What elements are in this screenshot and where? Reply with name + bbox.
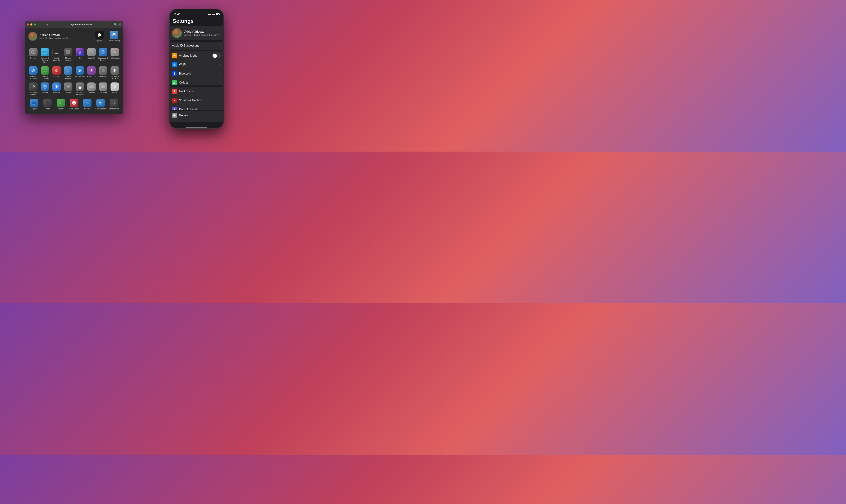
pref-sound[interactable]: Sound (62, 82, 74, 97)
profile-row[interactable]: Adrien Griveau Apple ID, iCloud, Media &… (169, 26, 224, 40)
general-row[interactable]: General › (169, 111, 224, 120)
pref-printers[interactable]: Printers & Scanners (74, 82, 86, 97)
pref-sharing[interactable]: Sharing (81, 97, 94, 111)
dnd-icon (172, 107, 177, 110)
pref-mission[interactable]: Mission Control (62, 47, 74, 65)
wifi-row[interactable]: Wi-Fi › (169, 60, 224, 69)
pref-dock[interactable]: Dock & Menu Bar (51, 47, 62, 65)
pref-internet[interactable]: @ Internet Accounts (28, 65, 39, 81)
general-icon (29, 48, 38, 56)
printers-label: Printers & Scanners (75, 92, 85, 96)
bluetooth-row[interactable]: Bluetooth › (169, 69, 224, 78)
accessibility-label: Accessibility (75, 75, 85, 77)
pref-screentime[interactable]: Screen Time (86, 65, 97, 81)
notifications-chevron: › (220, 90, 221, 93)
svg-rect-44 (78, 87, 81, 89)
pref-network[interactable]: Network (39, 82, 51, 97)
user-info[interactable]: Adrien Griveau Apple ID, iCloud, Media &… (28, 32, 71, 41)
pref-spotlight[interactable]: Spotlight (86, 47, 97, 65)
back-arrow[interactable]: ‹ (39, 23, 41, 26)
pref-users[interactable]: Users & Groups (62, 65, 74, 81)
cellular-row[interactable]: Cellular › (169, 78, 224, 86)
apple-id-icon-item[interactable]: Apple ID (95, 31, 104, 42)
svg-rect-85 (174, 92, 175, 92)
pref-datetime[interactable]: MON17 Date & Time (67, 97, 80, 111)
home-bar (186, 127, 207, 128)
suggestions-chevron: › (220, 44, 221, 47)
user-subtitle: Apple ID, iCloud, Media & App Store (39, 37, 71, 39)
dnd-row[interactable]: Do Not Disturb › (169, 105, 224, 110)
pref-mouse[interactable]: Mouse (109, 82, 121, 97)
close-button[interactable] (27, 23, 29, 25)
notifications-row[interactable]: Notifications › (169, 87, 224, 96)
svg-rect-81 (175, 82, 175, 84)
desktop-label: Desktop & Screen Saver (40, 57, 50, 64)
pref-software[interactable]: Software Update (28, 82, 39, 97)
minimize-button[interactable] (30, 23, 32, 25)
airplane-mode-toggle[interactable] (212, 53, 221, 58)
pref-accessibility[interactable]: Accessibility (74, 65, 86, 81)
search-icon[interactable]: 🔍 (114, 23, 117, 26)
sounds-row[interactable]: Sounds & Haptics › (169, 96, 224, 105)
sounds-icon (172, 98, 177, 103)
pref-bluetooth[interactable]: Bluetooth (51, 82, 62, 97)
pref-keyboard[interactable]: Keyboard (86, 82, 97, 97)
software-label: Software Update (28, 92, 38, 96)
startup-label: Startup Disk (109, 108, 119, 110)
pref-general[interactable]: General (28, 47, 39, 65)
security-icon (110, 66, 119, 75)
pref-battery[interactable]: Battery (54, 97, 67, 111)
svg-rect-78 (174, 83, 174, 84)
airplane-mode-label: Airplane Mode (179, 54, 212, 57)
pref-siri[interactable]: Siri (74, 47, 86, 65)
svg-rect-66 (59, 102, 61, 104)
users-label: Users & Groups (63, 75, 73, 80)
svg-point-77 (174, 65, 175, 66)
airplane-mode-row[interactable]: Airplane Mode (169, 51, 224, 60)
pref-timemachine[interactable]: Time Machine (94, 97, 107, 111)
family-sharing-icon-item[interactable]: Family Sharing (108, 31, 120, 42)
svg-rect-15 (67, 54, 69, 54)
clear-search-button[interactable]: ✕ (119, 23, 121, 26)
pref-trackpad[interactable]: Trackpad (97, 82, 109, 97)
svg-point-10 (57, 53, 58, 54)
grid-icon[interactable]: ⊞ (46, 23, 49, 26)
settings-title: Settings (169, 17, 224, 26)
pref-displays[interactable]: Displays (28, 97, 41, 111)
maximize-button[interactable] (34, 23, 36, 25)
svg-line-20 (92, 53, 93, 54)
apple-id-suggestions-row[interactable]: Apple ID Suggestions › (169, 41, 224, 50)
sidecar-icon (43, 99, 52, 107)
notifications-icon (172, 89, 177, 94)
forward-arrow[interactable]: › (42, 23, 44, 26)
sound-label: Sound (66, 92, 71, 94)
profile-chevron: › (220, 32, 221, 35)
notifications-icon (110, 48, 119, 56)
svg-rect-52 (91, 87, 92, 87)
pref-desktop[interactable]: Desktop & Screen Saver (39, 47, 51, 65)
svg-rect-47 (90, 86, 90, 86)
pref-sidecar[interactable]: Sidecar (41, 97, 54, 111)
control-center-row[interactable]: Control Center › (169, 120, 224, 122)
pref-touchid[interactable]: Touch ID (51, 65, 62, 81)
pref-wallet[interactable]: Wallet & Apple Pay (39, 65, 51, 81)
svg-rect-43 (78, 85, 81, 86)
pref-startup[interactable]: Startup Disk (107, 97, 121, 111)
siri-label: Siri (78, 57, 81, 59)
pref-security[interactable]: Security & Privacy (109, 65, 121, 81)
profile-subtitle: Apple ID, iCloud, Media & Purchases (184, 34, 220, 36)
pref-extensions[interactable]: Extensions (97, 65, 109, 81)
svg-point-76 (113, 103, 114, 103)
trackpad-icon (99, 83, 107, 91)
svg-rect-13 (66, 52, 68, 54)
toolbar-icons: Apple ID Family Sharing (95, 31, 120, 42)
screentime-label: Screen Time (87, 75, 96, 77)
svg-point-3 (33, 52, 34, 53)
nav-arrows: ‹ › (39, 23, 44, 26)
svg-rect-59 (32, 102, 36, 104)
iphone-frame: 10:40 ▮▮▮ 4G Settings Adrien Griveau App… (169, 9, 224, 129)
pref-language[interactable]: Language & Region (97, 47, 109, 65)
svg-rect-50 (92, 86, 93, 86)
datetime-icon: MON17 (70, 99, 78, 107)
pref-notifications[interactable]: Notifications (109, 47, 121, 65)
